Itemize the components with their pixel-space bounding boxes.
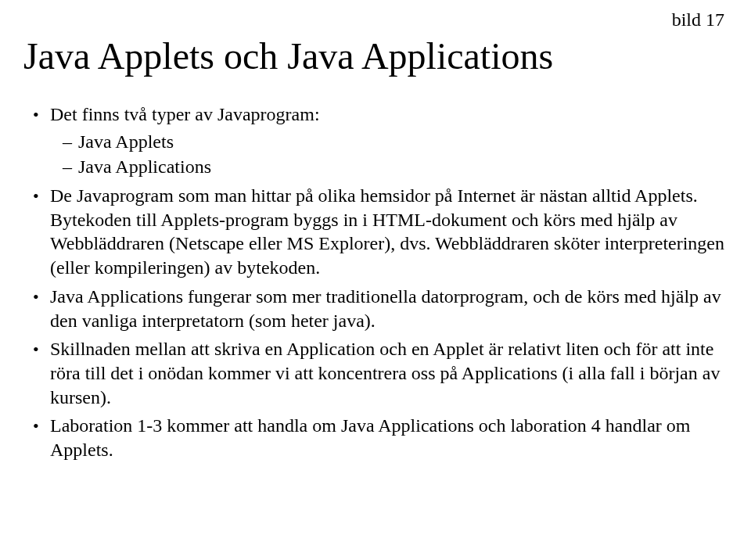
bullet-text: Java Applications — [78, 156, 211, 177]
bullet-text: De Javaprogram som man hittar på olika h… — [50, 185, 724, 278]
bullet-list: Det finns två typer av Javaprogram: Java… — [23, 102, 728, 462]
bullet-text: Java Applications fungerar som mer tradi… — [50, 286, 721, 331]
list-item: De Javaprogram som man hittar på olika h… — [41, 184, 728, 280]
list-item: Java Applications — [67, 155, 728, 179]
slide-number: bild 17 — [672, 9, 724, 31]
bullet-text: Skillnaden mellan att skriva en Applicat… — [50, 339, 720, 407]
list-item: Laboration 1-3 kommer att handla om Java… — [41, 414, 728, 461]
bullet-text: Det finns två typer av Javaprogram: — [50, 104, 320, 124]
sub-list: Java Applets Java Applications — [67, 130, 728, 179]
list-item: Java Applets — [67, 130, 728, 154]
bullet-text: Laboration 1-3 kommer att handla om Java… — [50, 415, 690, 460]
slide: bild 17 Java Applets och Java Applicatio… — [0, 0, 751, 560]
list-item: Skillnaden mellan att skriva en Applicat… — [41, 337, 728, 409]
slide-title: Java Applets och Java Applications — [23, 36, 728, 77]
list-item: Java Applications fungerar som mer tradi… — [41, 285, 728, 332]
bullet-text: Java Applets — [78, 131, 174, 152]
list-item: Det finns två typer av Javaprogram: Java… — [41, 102, 728, 179]
